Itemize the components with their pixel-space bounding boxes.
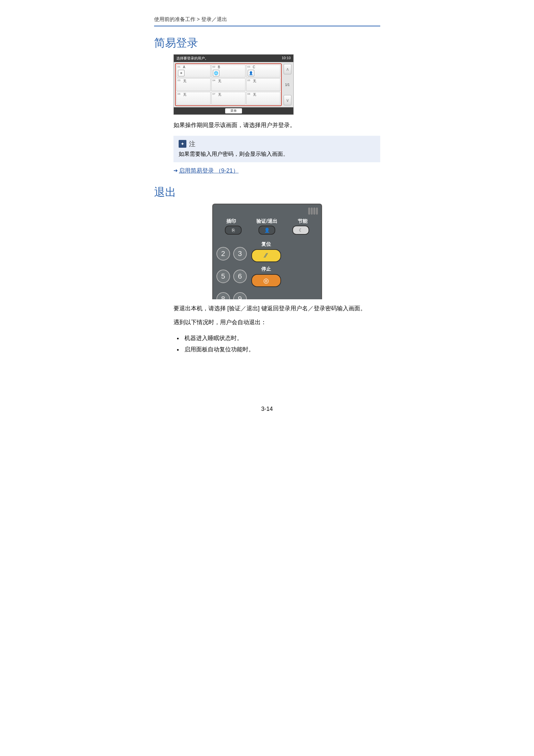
reset-key[interactable]: ⁄⁄ — [251, 249, 281, 262]
numkey-6[interactable]: 6 — [233, 270, 247, 283]
interrupt-label: 插印 — [226, 218, 236, 224]
sun-icon: ☀ — [178, 70, 185, 76]
note-title: 注 — [189, 140, 195, 148]
control-panel-figure: 插印 验证/退出 节能 ⎘ 👤 ☾ 2 3 5 6 — [212, 203, 322, 299]
user-cell[interactable]: 04 无 — [211, 78, 245, 91]
scroll-up-button[interactable]: ∧ — [284, 64, 292, 74]
note-icon: ✦ — [179, 140, 187, 148]
interrupt-key[interactable]: ⎘ — [225, 226, 242, 235]
section1-para1: 如果操作期间显示该画面，请选择用户并登录。 — [173, 121, 380, 130]
header-rule — [154, 26, 380, 26]
section2-para2: 遇到以下情况时，用户会自动退出： — [173, 318, 380, 327]
numkey-2[interactable]: 2 — [216, 247, 230, 260]
breadcrumb: 使用前的准备工作 > 登录／退出 — [154, 16, 380, 23]
note-body: 如果需要输入用户密码，则会显示输入画面。 — [179, 150, 375, 158]
section-title-logout: 退出 — [154, 185, 380, 200]
energy-label: 节能 — [298, 218, 308, 224]
page-number: 3-14 — [128, 406, 406, 413]
user-cell[interactable]: 01 A ☀ — [176, 65, 211, 78]
section-title-simple-login: 简易登录 — [154, 36, 380, 50]
auth-logout-key[interactable]: 👤 — [258, 226, 275, 235]
stop-label: 停止 — [261, 266, 271, 272]
user-cell[interactable]: 02 B 🌐 — [211, 65, 245, 78]
numkey-8[interactable]: 8 — [216, 292, 230, 299]
energy-key[interactable]: ☾ — [292, 226, 309, 235]
numkey-5[interactable]: 5 — [216, 270, 230, 283]
auth-logout-label: 验证/退出 — [257, 218, 277, 224]
note-box: ✦ 注 如果需要输入用户密码，则会显示输入画面。 — [173, 136, 380, 162]
user-cell[interactable]: 03 C 👤 — [246, 65, 280, 78]
panel-ridges-icon — [308, 207, 318, 215]
user-cell[interactable]: 05 无 — [246, 78, 280, 91]
user-cell[interactable]: 07 无 — [211, 92, 245, 105]
panel-header-text: 选择要登录的用户。 — [176, 56, 208, 61]
link-arrow-icon: ➔ — [173, 167, 178, 174]
list-item: 机器进入睡眠状态时。 — [183, 333, 380, 343]
touch-panel-figure: 选择要登录的用户。 10:10 01 A ☀ 02 B 🌐 — [173, 54, 294, 115]
list-item: 启用面板自动复位功能时。 — [183, 344, 380, 355]
scroll-down-button[interactable]: ∨ — [284, 95, 292, 105]
numkey-9[interactable]: 9 — [233, 292, 247, 299]
user-cell[interactable]: 08 无 — [246, 92, 280, 105]
globe-icon: 🌐 — [213, 70, 219, 76]
reset-label: 复位 — [261, 241, 271, 247]
menu-button[interactable]: 菜单 — [225, 108, 242, 114]
auto-logout-list: 机器进入睡眠状态时。 启用面板自动复位功能时。 — [173, 333, 380, 355]
enable-simple-login-link[interactable]: 启用简易登录 （9-21） — [179, 167, 239, 175]
section2-para1: 要退出本机，请选择 [验证／退出] 键返回登录用户名／登录密码输入画面。 — [173, 304, 380, 313]
numkey-3[interactable]: 3 — [233, 247, 247, 260]
stop-key[interactable]: ◎ — [251, 274, 281, 287]
user-cell[interactable]: 06 无 — [176, 92, 211, 105]
panel-clock: 10:10 — [282, 56, 291, 61]
user-grid-highlight: 01 A ☀ 02 B 🌐 03 C 👤 — [175, 63, 282, 106]
user-cell[interactable]: 03 无 — [176, 78, 211, 91]
person-icon: 👤 — [248, 70, 254, 76]
page-indicator: 1/1 — [285, 83, 290, 87]
